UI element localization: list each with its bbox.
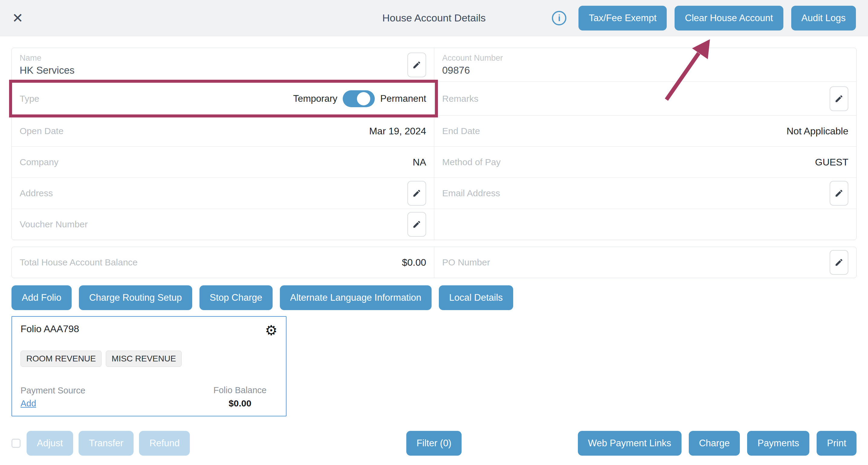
payment-source-label: Payment Source <box>21 386 85 396</box>
end-date-label: End Date <box>442 126 480 136</box>
row-address-email: Address Email Address <box>12 177 856 209</box>
folio-card[interactable]: Folio AAA798 ⚙ ROOM REVENUE MISC REVENUE… <box>11 316 286 417</box>
local-details-button[interactable]: Local Details <box>439 285 513 310</box>
edit-email-button[interactable] <box>830 181 848 206</box>
folio-card-footer: Payment Source Add Folio Balance $0.00 <box>21 385 277 408</box>
method-of-pay-value: GUEST <box>815 157 848 168</box>
type-field: Type Temporary Permanent <box>12 82 434 115</box>
stop-charge-button[interactable]: Stop Charge <box>199 285 273 310</box>
filter-button[interactable]: Filter (0) <box>406 431 462 456</box>
method-of-pay-label: Method of Pay <box>442 157 500 167</box>
edit-name-button[interactable] <box>407 53 426 77</box>
payment-source-block: Payment Source Add <box>21 386 85 408</box>
total-balance-label: Total House Account Balance <box>20 257 137 268</box>
name-stack: Name HK Services <box>20 54 75 76</box>
total-balance-value: $0.00 <box>402 257 426 268</box>
payments-button[interactable]: Payments <box>747 431 809 456</box>
empty-cell <box>434 209 856 240</box>
folio-balance-block: Folio Balance $0.00 <box>213 385 267 408</box>
folio-actions-row: Add Folio Charge Routing Setup Stop Char… <box>11 285 857 310</box>
account-number-label: Account Number <box>442 54 503 63</box>
alternate-language-information-button[interactable]: Alternate Language Information <box>280 285 432 310</box>
pencil-icon <box>412 189 421 198</box>
voucher-number-label: Voucher Number <box>20 219 88 230</box>
row-name-accountnumber: Name HK Services Account Number 09876 <box>12 48 856 81</box>
folio-tags: ROOM REVENUE MISC REVENUE <box>21 351 277 367</box>
type-option-permanent: Permanent <box>380 93 426 104</box>
remarks-label: Remarks <box>442 94 478 104</box>
refund-button[interactable]: Refund <box>139 431 190 456</box>
account-number-value: 09876 <box>442 65 503 76</box>
transfer-button[interactable]: Transfer <box>79 431 133 456</box>
charge-routing-setup-button[interactable]: Charge Routing Setup <box>79 285 192 310</box>
edit-po-number-button[interactable] <box>830 250 848 275</box>
pencil-icon <box>412 220 421 229</box>
add-payment-source-link[interactable]: Add <box>21 399 36 408</box>
select-all-checkbox[interactable] <box>11 439 21 448</box>
folio-balance-label: Folio Balance <box>213 385 267 395</box>
folio-tag-misc-revenue: MISC REVENUE <box>106 351 182 367</box>
pencil-icon <box>834 94 843 103</box>
audit-logs-button[interactable]: Audit Logs <box>791 6 856 31</box>
transactions-right-actions: Web Payment Links Charge Payments Print <box>578 431 857 456</box>
pencil-icon <box>834 189 843 198</box>
total-balance-field: Total House Account Balance $0.00 <box>12 247 434 278</box>
folio-title: Folio AAA798 <box>21 323 79 335</box>
charge-button[interactable]: Charge <box>689 431 740 456</box>
name-value: HK Services <box>20 65 75 76</box>
folio-tag-room-revenue: ROOM REVENUE <box>21 351 101 367</box>
email-address-label: Email Address <box>442 188 500 198</box>
edit-voucher-button[interactable] <box>407 212 426 237</box>
account-number-stack: Account Number 09876 <box>442 54 503 76</box>
voucher-number-field: Voucher Number <box>12 209 434 240</box>
po-number-label: PO Number <box>442 257 490 268</box>
open-date-label: Open Date <box>20 126 63 136</box>
web-payment-links-button[interactable]: Web Payment Links <box>578 431 682 456</box>
clear-house-account-button[interactable]: Clear House Account <box>675 6 783 31</box>
open-date-value: Mar 19, 2024 <box>369 126 426 137</box>
edit-remarks-button[interactable] <box>830 86 848 111</box>
close-icon[interactable]: ✕ <box>12 11 23 25</box>
type-toggle[interactable] <box>343 90 375 107</box>
type-option-temporary: Temporary <box>293 93 337 104</box>
end-date-value: Not Applicable <box>786 126 848 137</box>
name-label: Name <box>20 54 75 63</box>
po-number-field: PO Number <box>434 247 856 278</box>
top-bar-actions: i Tax/Fee Exempt Clear House Account Aud… <box>552 6 856 31</box>
row-balance-ponumber: Total House Account Balance $0.00 PO Num… <box>12 247 856 278</box>
row-company-methodofpay: Company NA Method of Pay GUEST <box>12 146 856 177</box>
address-label: Address <box>20 188 53 198</box>
toggle-knob <box>357 92 370 105</box>
company-label: Company <box>20 157 58 167</box>
row-type-remarks: Type Temporary Permanent Remarks <box>12 81 856 115</box>
print-button[interactable]: Print <box>817 431 857 456</box>
address-field: Address <box>12 178 434 209</box>
company-field: Company NA <box>12 147 434 177</box>
company-value: NA <box>413 157 426 168</box>
pencil-icon <box>834 258 843 267</box>
end-date-field: End Date Not Applicable <box>434 115 856 146</box>
type-toggle-group: Temporary Permanent <box>293 90 426 107</box>
folio-balance-value: $0.00 <box>213 398 267 408</box>
pencil-icon <box>412 60 421 69</box>
name-field: Name HK Services <box>12 48 434 81</box>
adjust-button[interactable]: Adjust <box>27 431 73 456</box>
account-number-field: Account Number 09876 <box>434 48 856 81</box>
gear-icon[interactable]: ⚙ <box>265 323 277 337</box>
transactions-toolbar: Adjust Transfer Refund Filter (0) Web Pa… <box>11 431 857 456</box>
folio-card-header: Folio AAA798 ⚙ <box>21 323 277 337</box>
edit-address-button[interactable] <box>407 181 426 206</box>
info-icon[interactable]: i <box>552 11 566 25</box>
top-bar: ✕ House Account Details i Tax/Fee Exempt… <box>0 0 868 36</box>
tax-fee-exempt-button[interactable]: Tax/Fee Exempt <box>579 6 667 31</box>
email-address-field: Email Address <box>434 178 856 209</box>
row-vouchernumber: Voucher Number <box>12 209 856 240</box>
row-opendate-enddate: Open Date Mar 19, 2024 End Date Not Appl… <box>12 115 856 146</box>
balance-panel: Total House Account Balance $0.00 PO Num… <box>11 247 857 278</box>
remarks-field: Remarks <box>434 82 856 115</box>
open-date-field: Open Date Mar 19, 2024 <box>12 115 434 146</box>
account-details-panel: Name HK Services Account Number 09876 Ty… <box>11 48 857 240</box>
add-folio-button[interactable]: Add Folio <box>11 285 72 310</box>
type-label: Type <box>20 94 39 104</box>
method-of-pay-field: Method of Pay GUEST <box>434 147 856 177</box>
